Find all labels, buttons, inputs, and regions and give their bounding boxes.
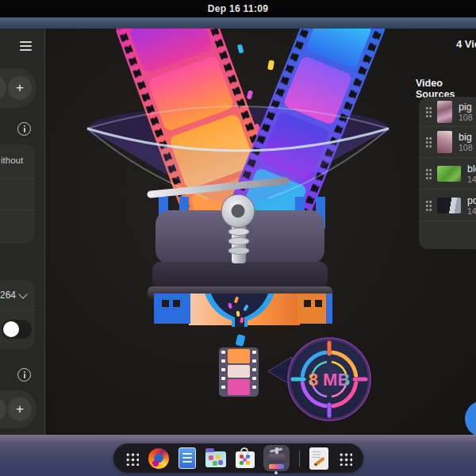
- source-resolution: 108: [459, 143, 473, 152]
- video-thumbnail: [437, 101, 452, 123]
- source-row[interactable]: big 108: [419, 127, 476, 158]
- wallpaper-top-strip: [0, 17, 476, 29]
- source-resolution: 144: [467, 206, 476, 216]
- chevron-down-icon: [18, 290, 27, 298]
- source-title: pig: [459, 102, 473, 113]
- source-title: pon: [467, 195, 476, 206]
- option-label: ithout: [1, 155, 23, 165]
- mini-strip: [269, 464, 284, 469]
- video-thumbnail: [437, 131, 452, 153]
- toggle-knob: [3, 321, 19, 337]
- mini-screw: [275, 447, 278, 454]
- compressor-hero-illustration: 8 MB: [0, 29, 476, 435]
- drag-handle-icon[interactable]: [425, 106, 432, 117]
- source-row[interactable]: pig 108: [419, 97, 476, 127]
- plus-button[interactable]: +: [8, 397, 32, 421]
- toggle-row: [0, 311, 35, 348]
- sidebar-button-group-top: +: [0, 68, 36, 108]
- documents-icon[interactable]: [178, 447, 196, 469]
- source-row-partial[interactable]: [419, 221, 476, 248]
- sidebar-button-group-bottom: +: [0, 390, 36, 428]
- hamburger-menu-icon[interactable]: [18, 39, 34, 53]
- option-row[interactable]: [0, 178, 35, 210]
- dock: [113, 443, 363, 473]
- drag-handle-icon[interactable]: [425, 168, 432, 179]
- top-bar: Dep 16 11:09: [0, 0, 476, 17]
- clock[interactable]: Dep 16 11:09: [208, 3, 268, 14]
- option-row[interactable]: [0, 210, 35, 243]
- output-film-strip: [219, 347, 259, 397]
- source-row[interactable]: blo 144: [419, 158, 476, 190]
- dock-separator: [299, 451, 300, 466]
- source-title: big: [459, 132, 473, 143]
- app-window: 8 MB + ithout 264: [0, 29, 476, 435]
- partial-button[interactable]: [0, 397, 6, 421]
- sidebar: + ithout 264: [0, 29, 45, 435]
- source-resolution: 108: [459, 113, 473, 122]
- drag-handle-icon[interactable]: [425, 200, 432, 211]
- desktop-screen: Dep 16 11:09: [0, 0, 476, 476]
- video-sources-list: pig 108 big 108 blo 144: [419, 97, 476, 249]
- option-row-without[interactable]: ithout: [0, 144, 35, 178]
- plus-button[interactable]: +: [8, 76, 32, 100]
- firefox-icon[interactable]: [148, 448, 169, 469]
- size-badge: 8 MB: [268, 338, 370, 420]
- source-title: blo: [467, 163, 476, 175]
- sidebar-codec-list: 264: [0, 280, 35, 349]
- app-grid-icon[interactable]: [338, 451, 352, 466]
- video-thumbnail: [437, 198, 461, 213]
- sidebar-option-list: ithout: [0, 144, 35, 244]
- info-icon[interactable]: [17, 122, 31, 136]
- window-title: 4 Videos: [456, 38, 476, 50]
- partial-button[interactable]: [0, 76, 6, 100]
- text-editor-icon[interactable]: [309, 447, 328, 470]
- badge-label: 8 MB: [309, 370, 351, 390]
- photos-folder-icon[interactable]: [205, 451, 226, 467]
- video-thumbnail: [437, 166, 461, 182]
- source-resolution: 144: [467, 175, 476, 184]
- video-compressor-app-icon[interactable]: [263, 445, 290, 471]
- codec-dropdown-row[interactable]: 264: [0, 280, 35, 311]
- toggle-switch[interactable]: [2, 320, 32, 339]
- software-store-icon[interactable]: [236, 451, 255, 468]
- info-icon[interactable]: [17, 368, 31, 382]
- source-row[interactable]: pon 144: [419, 190, 476, 221]
- mini-body: [268, 454, 285, 463]
- codec-label: 264: [0, 290, 16, 301]
- drag-handle-icon[interactable]: [425, 136, 432, 148]
- app-grid-icon[interactable]: [125, 451, 139, 466]
